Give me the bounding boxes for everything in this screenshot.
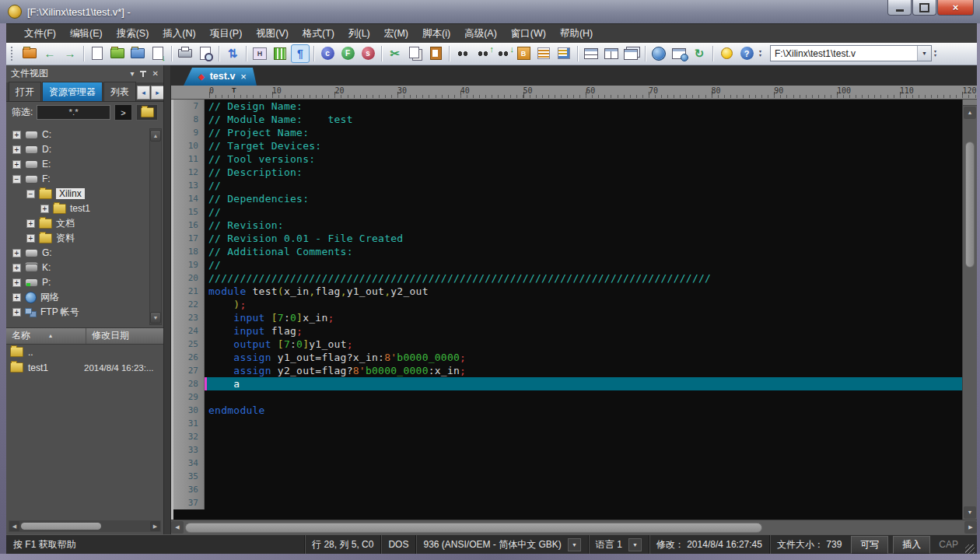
menu-item[interactable]: 帮助(H) <box>553 24 600 44</box>
code-line[interactable]: 34 <box>173 457 962 470</box>
status-position[interactable]: 行 28, 列 5, C0 <box>304 535 380 554</box>
tab-scroll-left-icon[interactable]: ◂ <box>137 86 150 100</box>
code-line[interactable]: 29 <box>173 390 962 404</box>
scroll-left-icon[interactable]: ◀ <box>171 521 184 534</box>
filter-apply-button[interactable]: > <box>114 104 132 121</box>
code-line[interactable]: 27 assign y2_out=flag?8'b0000_0000:x_in; <box>173 364 962 377</box>
code-line[interactable]: 16// Revision: <box>173 219 962 232</box>
find-icon[interactable] <box>453 44 472 63</box>
toolbar-overflow-icon[interactable]: ▾▾ <box>759 50 761 58</box>
scroll-down-icon[interactable]: ▼ <box>964 506 976 519</box>
code-line[interactable]: 25 output [7:0]y1_out; <box>173 338 962 351</box>
copy-icon[interactable] <box>406 44 425 63</box>
chevron-down-icon[interactable]: ▼ <box>917 46 931 61</box>
code-line[interactable]: 33 <box>173 443 962 457</box>
code-line[interactable]: 14// Dependencies: <box>173 192 962 205</box>
menu-item[interactable]: 搜索(S) <box>110 24 156 44</box>
scrollbar-thumb[interactable] <box>185 523 762 533</box>
code-line[interactable]: 26 assign y1_out=flag?x_in:8'b0000_0000; <box>173 351 962 364</box>
chevron-down-icon[interactable]: ▼ <box>628 538 642 551</box>
code-line[interactable]: 28 a <box>173 377 962 390</box>
list-item[interactable]: .. <box>6 345 163 360</box>
writable-button[interactable]: 可写 <box>851 536 888 554</box>
scroll-down-icon[interactable]: ▼ <box>150 312 161 324</box>
browser-view-icon[interactable] <box>649 44 668 63</box>
code-line[interactable]: 20//////////////////////////////////////… <box>173 271 962 285</box>
code-line[interactable]: 9// Project Name: <box>173 126 962 139</box>
code-line[interactable]: 22 ); <box>173 298 962 311</box>
minimize-button[interactable] <box>887 0 912 16</box>
word-wrap-icon[interactable]: ¶ <box>291 44 310 63</box>
save-icon[interactable] <box>149 44 167 63</box>
expand-toggle[interactable]: + <box>26 234 35 243</box>
code-line[interactable]: 31 <box>173 417 962 430</box>
tree-item[interactable]: +K: <box>6 261 163 275</box>
hex-edit-icon[interactable]: H <box>250 44 269 63</box>
toolbar-grip[interactable] <box>11 47 16 61</box>
menu-item[interactable]: 高级(A) <box>457 24 504 44</box>
refresh-icon[interactable]: ↻ <box>690 44 709 63</box>
maximize-button[interactable] <box>912 0 936 16</box>
menu-item[interactable]: 编辑(E) <box>63 24 110 44</box>
browse-folder-button[interactable] <box>136 104 158 121</box>
expand-toggle[interactable]: − <box>26 190 35 198</box>
code-line[interactable]: 32 <box>173 430 962 443</box>
code-line[interactable]: 17// Revision 0.01 - File Created <box>173 232 962 245</box>
print-preview-icon[interactable] <box>196 44 215 63</box>
column-date[interactable]: 修改日期 <box>86 328 163 344</box>
code-line[interactable]: 24 input flag; <box>173 324 962 338</box>
bookmark-list-icon[interactable] <box>534 44 553 63</box>
list-item[interactable]: test12014/8/4 16:23:... <box>6 360 163 376</box>
sidebar-tab[interactable]: 资源管理器 <box>42 82 103 101</box>
bookmark-toggle-icon[interactable] <box>555 44 573 63</box>
tree-item[interactable]: +test1 <box>6 201 163 216</box>
open-recent-icon[interactable] <box>20 44 39 63</box>
tip-icon[interactable] <box>717 44 736 63</box>
function-list-icon[interactable]: c <box>318 44 337 63</box>
html-preview-icon[interactable] <box>670 44 688 63</box>
find-next-icon[interactable] <box>494 44 513 63</box>
back-icon[interactable]: ← <box>40 44 59 63</box>
expand-toggle[interactable]: + <box>12 264 21 272</box>
tree-item[interactable]: +E: <box>6 157 163 172</box>
code-line[interactable]: 18// Additional Comments: <box>173 245 962 258</box>
forward-icon[interactable]: → <box>61 44 79 63</box>
tree-item[interactable]: +C: <box>6 128 163 142</box>
tree-item[interactable]: +P: <box>6 275 163 290</box>
expand-toggle[interactable]: + <box>12 249 21 257</box>
menu-item[interactable]: 格式(T) <box>296 24 341 44</box>
code-line[interactable]: 12// Description: <box>173 166 962 179</box>
menu-item[interactable]: 列(L) <box>341 24 377 44</box>
code-line[interactable]: 37 <box>173 496 962 509</box>
panel-menu-icon[interactable]: ▾ <box>131 69 135 78</box>
find-prev-icon[interactable] <box>474 44 492 63</box>
sidebar-tab[interactable]: 列表 <box>103 82 136 101</box>
expand-toggle[interactable]: + <box>12 145 21 154</box>
column-mode-icon[interactable] <box>271 44 289 63</box>
help-icon[interactable]: ? <box>737 44 756 63</box>
code-editor[interactable]: 7// Design Name: 8// Module Name: test9/… <box>171 100 962 520</box>
menu-item[interactable]: 插入(N) <box>156 24 202 44</box>
tree-item[interactable]: +G: <box>6 246 163 261</box>
sort-icon[interactable]: ⇅ <box>223 44 242 63</box>
code-line[interactable]: 7// Design Name: <box>173 100 962 113</box>
expand-toggle[interactable]: − <box>12 175 21 184</box>
cascade-windows-icon[interactable] <box>622 44 641 63</box>
close-file-icon[interactable] <box>128 44 147 63</box>
tab-scroll-right-icon[interactable]: ▸ <box>151 86 164 100</box>
menu-item[interactable]: 视图(V) <box>249 24 296 44</box>
split-horizontal-icon[interactable] <box>582 44 600 63</box>
expand-toggle[interactable]: + <box>12 160 21 169</box>
open-file-icon[interactable] <box>108 44 127 63</box>
code-line[interactable]: 10// Target Devices: <box>173 139 962 152</box>
expand-toggle[interactable]: + <box>12 308 21 317</box>
editor-vscrollbar[interactable]: ▲ ▼ <box>962 100 977 520</box>
code-line[interactable]: 13// <box>173 179 962 192</box>
code-line[interactable]: 30endmodule <box>173 404 962 417</box>
status-encoding[interactable]: 936 (ANSI/OEM - 简体中文 GBK) ▼ <box>415 535 587 554</box>
tree-item[interactable]: +网络 <box>6 290 163 305</box>
file-path-combobox[interactable]: F:\Xilinx\test1\test.v ▼ <box>770 45 932 61</box>
tab-close-icon[interactable]: × <box>240 71 247 82</box>
split-vertical-icon[interactable] <box>602 44 621 63</box>
tree-item[interactable]: +D: <box>6 142 163 157</box>
